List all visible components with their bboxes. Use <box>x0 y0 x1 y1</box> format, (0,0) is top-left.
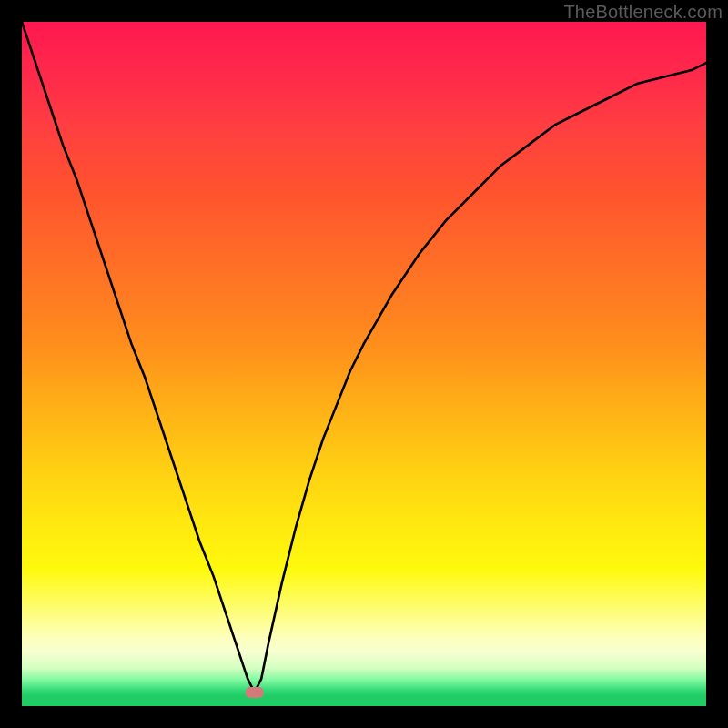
chart-frame: TheBottleneck.com <box>0 0 728 728</box>
chart-svg <box>22 22 706 706</box>
bottleneck-curve <box>22 22 706 693</box>
watermark-text: TheBottleneck.com <box>563 2 723 23</box>
minimum-marker <box>246 687 264 698</box>
plot-area <box>22 22 706 706</box>
